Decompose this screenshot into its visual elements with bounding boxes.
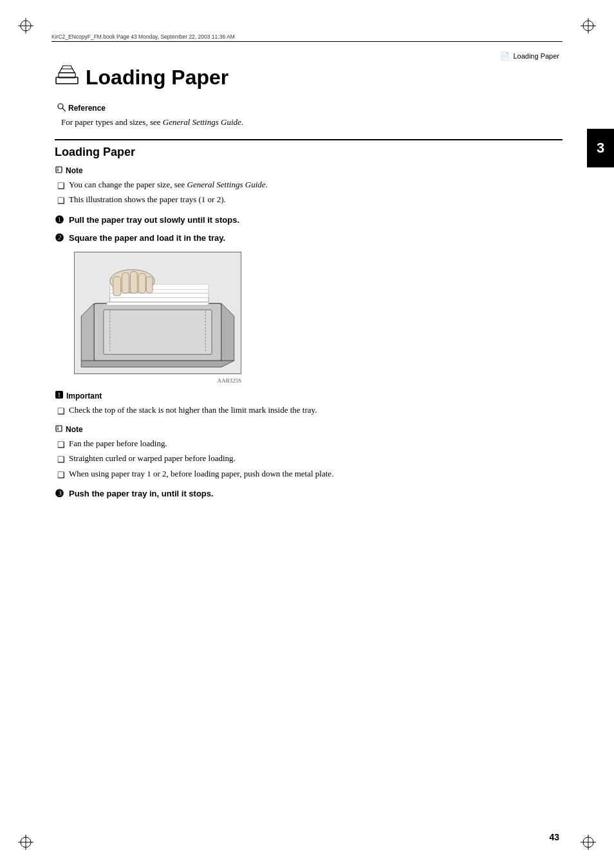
note1-item1: ❑ You can change the paper size, see Gen…	[55, 178, 563, 193]
step1-num: ❶	[55, 214, 64, 227]
checkbox-n2-3: ❑	[57, 469, 65, 482]
page-title-icon	[55, 64, 79, 90]
note2-header: Note	[55, 424, 563, 435]
reference-body: For paper types and sizes, see General S…	[57, 116, 563, 129]
step3: ❸ Push the paper tray in, until it stops…	[55, 487, 563, 501]
svg-marker-36	[81, 361, 234, 367]
reference-box: Reference For paper types and sizes, see…	[55, 103, 563, 129]
note1-box: Note ❑ You can change the paper size, se…	[55, 165, 563, 207]
important-header: ! Important	[55, 390, 563, 401]
page-number: 43	[549, 832, 559, 842]
checkbox-n2-1: ❑	[57, 439, 65, 451]
step1: ❶ Pull the paper tray out slowly until i…	[55, 214, 563, 227]
svg-text:!: !	[58, 392, 60, 399]
checkbox-imp1: ❑	[57, 405, 65, 418]
checkbox2: ❑	[57, 194, 65, 207]
top-header: KirC2_ENcopyF_FM.book Page 43 Monday, Se…	[51, 33, 563, 42]
svg-rect-27	[107, 302, 209, 305]
svg-rect-22	[104, 310, 212, 354]
note1-item2: ❑ This illustration shows the paper tray…	[55, 193, 563, 207]
page-title-text: Loading Paper	[86, 66, 228, 90]
svg-point-42	[57, 426, 58, 426]
file-info: KirC2_ENcopyF_FM.book Page 43 Monday, Se…	[51, 33, 563, 40]
note1-header: Note	[55, 165, 563, 176]
image-caption: AAB325S	[74, 377, 241, 384]
svg-rect-29	[113, 277, 121, 296]
reference-header: Reference	[57, 103, 563, 113]
svg-rect-31	[130, 272, 137, 294]
important-item1: ❑ Check the top of the stack is not high…	[55, 404, 563, 418]
svg-rect-33	[146, 277, 153, 294]
main-content: Loading Paper Reference For paper types …	[55, 58, 563, 816]
note1-icon	[55, 165, 63, 176]
svg-rect-32	[138, 274, 145, 294]
section-subtitle: Loading Paper	[55, 146, 563, 159]
step3-text: Push the paper tray in, until it stops.	[69, 487, 214, 500]
checkbox1: ❑	[57, 180, 65, 193]
note2-icon	[55, 424, 63, 435]
page-title-area: Loading Paper	[55, 64, 563, 90]
svg-point-19	[57, 167, 58, 167]
important-box: ! Important ❑ Check the top of the stack…	[55, 390, 563, 418]
svg-rect-30	[122, 273, 129, 294]
note2-item1: ❑ Fan the paper before loading.	[55, 437, 563, 451]
chapter-number: 3	[597, 140, 604, 156]
reference-icon	[57, 103, 66, 113]
chapter-tab: 3	[587, 129, 614, 167]
reg-mark-tl	[18, 18, 33, 33]
svg-point-16	[58, 104, 63, 109]
reg-mark-bl	[18, 835, 33, 850]
step1-text: Pull the paper tray out slowly until it …	[69, 214, 239, 227]
note2-item2: ❑ Straighten curled or warped paper befo…	[55, 452, 563, 466]
step2-num: ❷	[55, 232, 64, 245]
section-divider	[55, 139, 563, 140]
note2-item3: ❑ When using paper tray 1 or 2, before l…	[55, 467, 563, 482]
step2: ❷ Square the paper and load it in the tr…	[55, 232, 563, 245]
reg-mark-tr	[581, 18, 596, 33]
checkbox-n2-2: ❑	[57, 453, 65, 466]
paper-tray-image	[74, 252, 241, 374]
svg-line-17	[62, 108, 66, 111]
step2-text: Square the paper and load it in the tray…	[69, 232, 225, 245]
step3-num: ❸	[55, 487, 64, 501]
reg-mark-br	[581, 835, 596, 850]
reference-title: Reference	[68, 104, 106, 113]
note2-box: Note ❑ Fan the paper before loading. ❑ S…	[55, 424, 563, 482]
important-icon: !	[55, 390, 64, 401]
